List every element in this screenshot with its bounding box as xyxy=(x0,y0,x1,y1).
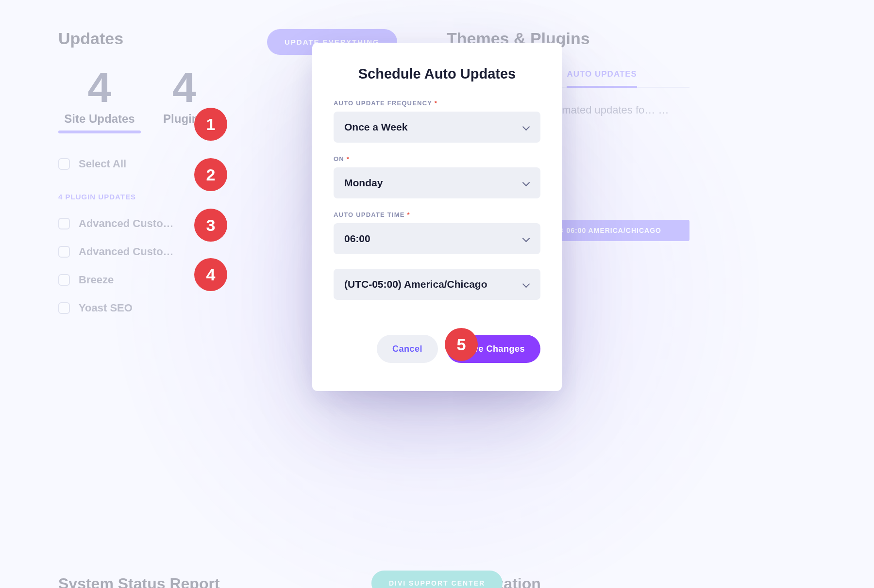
checkbox-icon xyxy=(58,246,70,258)
annotation-badge-4: 4 xyxy=(194,258,227,291)
chevron-down-icon xyxy=(522,123,531,131)
plugin-item-label: Breeze xyxy=(79,274,114,286)
timezone-select[interactable]: (UTC-05:00) America/Chicago xyxy=(334,269,540,300)
on-label: ON * xyxy=(334,155,540,163)
annotation-badge-1: 1 xyxy=(194,108,227,141)
day-select[interactable]: Monday xyxy=(334,167,540,198)
day-value: Monday xyxy=(344,177,383,189)
checkbox-icon xyxy=(58,158,70,170)
checkbox-icon xyxy=(58,218,70,229)
tab-auto-updates: AUTO UPDATES xyxy=(567,69,637,88)
plugin-item-label: Advanced Custo… xyxy=(79,245,174,258)
select-all-label: Select All xyxy=(79,158,126,170)
time-label: AUTO UPDATE TIME * xyxy=(334,211,540,218)
checkbox-icon xyxy=(58,302,70,314)
cancel-button[interactable]: Cancel xyxy=(377,335,438,363)
annotation-badge-2: 2 xyxy=(194,158,227,191)
time-value: 06:00 xyxy=(344,233,370,245)
plugin-item-label: Yoast SEO xyxy=(79,302,133,314)
schedule-auto-updates-modal: Schedule Auto Updates AUTO UPDATE FREQUE… xyxy=(312,43,562,391)
system-status-heading: System Status Report xyxy=(58,575,220,588)
chevron-down-icon xyxy=(522,179,531,187)
chevron-down-icon xyxy=(522,280,531,289)
frequency-label: AUTO UPDATE FREQUENCY * xyxy=(334,99,540,107)
plugins-count: 4 xyxy=(143,63,225,112)
frequency-select[interactable]: Once a Week xyxy=(334,112,540,143)
timezone-value: (UTC-05:00) America/Chicago xyxy=(344,278,487,290)
chevron-down-icon xyxy=(522,234,531,243)
frequency-value: Once a Week xyxy=(344,121,407,133)
modal-title: Schedule Auto Updates xyxy=(334,66,540,82)
time-select[interactable]: 06:00 xyxy=(334,223,540,254)
site-updates-count: 4 xyxy=(58,63,141,112)
plugin-item-label: Advanced Custo… xyxy=(79,217,174,230)
annotation-badge-3: 3 xyxy=(194,209,227,242)
annotation-badge-5: 5 xyxy=(445,328,478,361)
divi-support-button: DIVI SUPPORT CENTER xyxy=(371,571,503,588)
tab-site-updates: Site Updates xyxy=(58,112,141,126)
checkbox-icon xyxy=(58,274,70,286)
optimization-heading: Optimization xyxy=(447,575,541,588)
